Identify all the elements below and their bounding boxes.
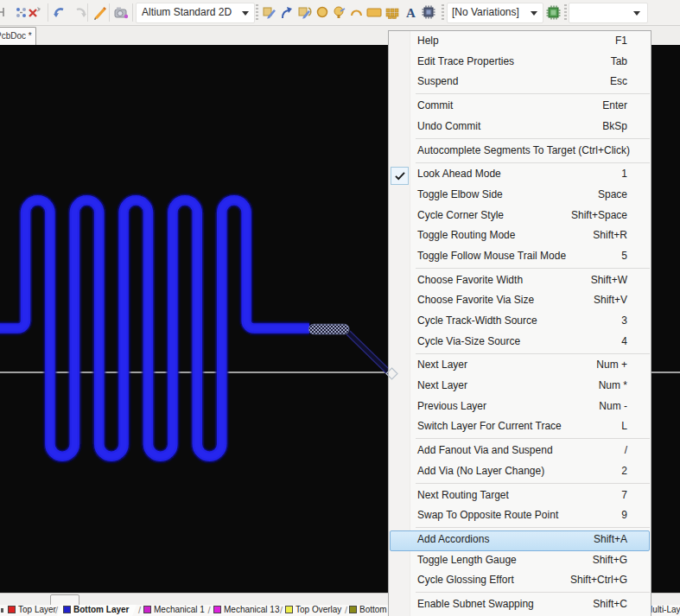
svg-text:A: A bbox=[406, 6, 416, 20]
